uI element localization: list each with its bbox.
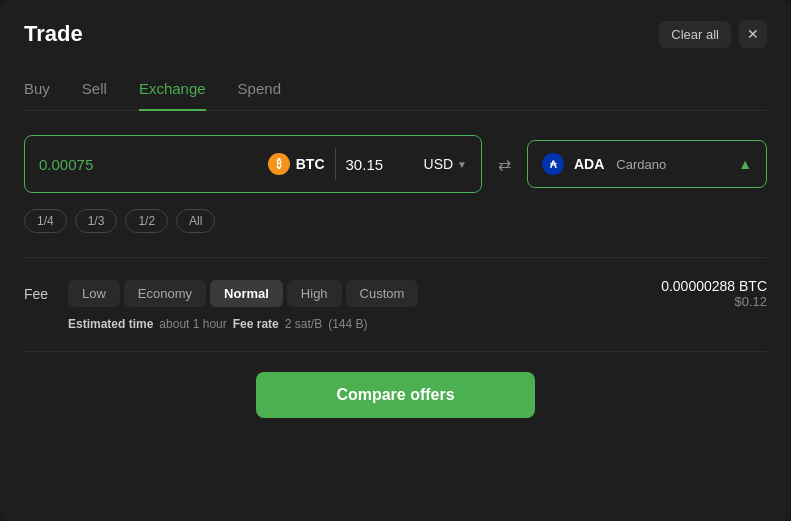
to-coin-label: ADA xyxy=(574,156,604,172)
from-coin-label: BTC xyxy=(296,156,325,172)
tab-exchange[interactable]: Exchange xyxy=(139,72,206,111)
fraction-third-button[interactable]: 1/3 xyxy=(75,209,118,233)
modal-title: Trade xyxy=(24,21,83,47)
btc-icon: ₿ xyxy=(268,153,290,175)
fee-row: Fee Low Economy Normal High Custom 0.000… xyxy=(24,278,767,309)
fee-custom-button[interactable]: Custom xyxy=(346,280,419,307)
header-actions: Clear all ✕ xyxy=(659,20,767,48)
fee-high-button[interactable]: High xyxy=(287,280,342,307)
estimated-time-value: about 1 hour xyxy=(159,317,226,331)
estimated-time-row: Estimated time about 1 hour Fee rate 2 s… xyxy=(68,317,767,331)
usd-amount-input[interactable] xyxy=(346,156,416,173)
fee-label: Fee xyxy=(24,286,56,302)
fraction-half-button[interactable]: 1/2 xyxy=(125,209,168,233)
fraction-all-button[interactable]: All xyxy=(176,209,215,233)
fee-btc-amount: 0.00000288 BTC xyxy=(661,278,767,294)
exchange-inputs-row: ₿ BTC USD ▼ ⇄ ₳ ADA Cardano ▲ xyxy=(24,135,767,193)
fee-rate-value: 2 sat/B xyxy=(285,317,322,331)
ada-icon: ₳ xyxy=(542,153,564,175)
fraction-quarter-button[interactable]: 1/4 xyxy=(24,209,67,233)
to-coin-name: Cardano xyxy=(616,157,666,172)
tab-sell[interactable]: Sell xyxy=(82,72,107,111)
tab-buy[interactable]: Buy xyxy=(24,72,50,111)
from-amount-box: ₿ BTC USD ▼ xyxy=(24,135,482,193)
currency-label: USD xyxy=(424,156,454,172)
swap-icon[interactable]: ⇄ xyxy=(494,151,515,178)
currency-select[interactable]: USD ▼ xyxy=(424,156,467,172)
input-divider xyxy=(335,148,336,180)
fee-size: (144 B) xyxy=(328,317,367,331)
fraction-row: 1/4 1/3 1/2 All xyxy=(24,209,767,233)
clear-all-button[interactable]: Clear all xyxy=(659,21,731,48)
fee-usd-amount: $0.12 xyxy=(661,294,767,309)
fee-rate-label: Fee rate xyxy=(233,317,279,331)
chevron-down-icon: ▼ xyxy=(457,159,467,170)
estimated-time-label: Estimated time xyxy=(68,317,153,331)
from-amount-input[interactable] xyxy=(39,156,129,173)
tab-bar: Buy Sell Exchange Spend xyxy=(24,72,767,111)
fee-options: Low Economy Normal High Custom xyxy=(68,280,418,307)
trade-modal: Trade Clear all ✕ Buy Sell Exchange Spen… xyxy=(0,0,791,521)
separator xyxy=(24,257,767,258)
fee-normal-button[interactable]: Normal xyxy=(210,280,283,307)
usd-section: USD ▼ xyxy=(346,156,467,173)
fee-low-button[interactable]: Low xyxy=(68,280,120,307)
close-button[interactable]: ✕ xyxy=(739,20,767,48)
fee-amount: 0.00000288 BTC $0.12 xyxy=(661,278,767,309)
compare-offers-button[interactable]: Compare offers xyxy=(256,372,534,418)
fee-economy-button[interactable]: Economy xyxy=(124,280,206,307)
separator-bottom xyxy=(24,351,767,352)
modal-header: Trade Clear all ✕ xyxy=(24,20,767,48)
tab-spend[interactable]: Spend xyxy=(238,72,281,111)
from-coin-badge: ₿ BTC xyxy=(268,153,325,175)
to-coin-box: ₳ ADA Cardano ▲ xyxy=(527,140,767,188)
chevron-up-icon[interactable]: ▲ xyxy=(738,156,752,172)
